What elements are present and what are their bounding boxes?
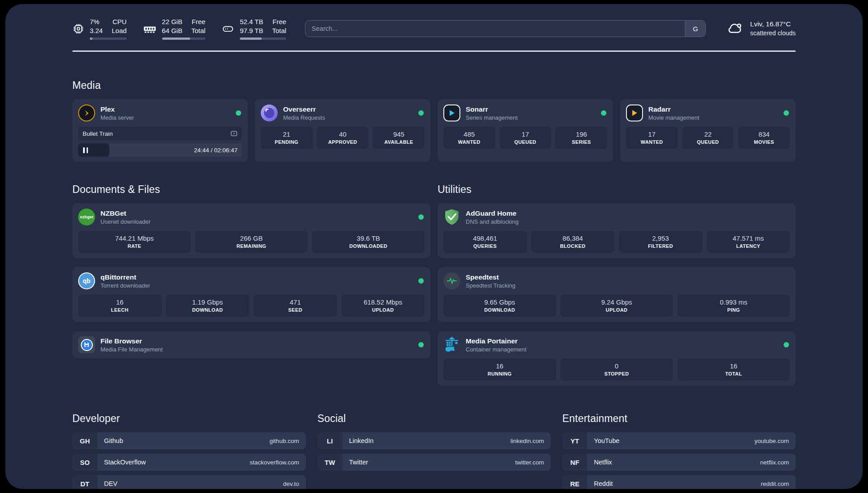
stat-box: 0 STOPPED — [560, 359, 673, 380]
bookmark-link[interactable]: DT DEV dev.to — [72, 475, 306, 489]
qbittorrent-subtitle: Torrent downloader — [100, 282, 413, 289]
stat-box: 47.571 ms LATENCY — [707, 231, 790, 253]
weather-widget: Lviv, 16.87°C scattered clouds — [726, 20, 796, 38]
cpu-values: 7%3.24 — [90, 17, 103, 35]
cpu-progress-bar — [90, 38, 127, 40]
memory-widget: 22 GiB64 GiB FreeTotal — [143, 17, 206, 40]
card-portainer[interactable]: Media Portainer Container management 16 … — [438, 331, 796, 386]
stat-value: 86,384 — [533, 234, 613, 242]
disk-labels: FreeTotal — [272, 17, 286, 35]
stat-value: 39.6 TB — [314, 234, 423, 242]
bookmark-abbr-badge: SO — [72, 454, 97, 471]
portainer-stats: 16 RUNNING 0 STOPPED 16 — [443, 359, 790, 380]
adguard-stats: 498,461 QUERIES 86,384 BLOCKED — [443, 231, 790, 253]
stat-box: 266 GB REMAINING — [195, 231, 308, 253]
stat-label: LEECH — [80, 307, 160, 313]
bookmark-name: Netflix — [594, 459, 612, 466]
plex-subtitle: Media server — [100, 114, 230, 121]
overseerr-status-dot — [418, 110, 424, 116]
memory-labels: FreeTotal — [191, 17, 205, 35]
cast-screen-icon[interactable] — [230, 130, 238, 137]
nzbget-stats: 744.21 Mbps RATE 266 GB REMAINING — [78, 231, 425, 253]
card-qbittorrent[interactable]: qb qBittorrent Torrent downloader — [72, 267, 430, 322]
stat-value: 9.24 Gbps — [562, 298, 671, 306]
filebrowser-status-dot — [418, 342, 424, 347]
bookmark-abbr-badge: NF — [562, 454, 587, 471]
bookmark-link[interactable]: SO StackOverflow stackoverflow.com — [72, 454, 306, 471]
stat-label: AVAILABLE — [375, 139, 423, 145]
overseerr-stats: 21 PENDING 40 APPROVED 945 AVAILAB — [261, 127, 425, 149]
plex-playback-time: 24:44 / 02:06:47 — [194, 147, 238, 154]
card-overseerr[interactable]: Overseerr Media Requests 21 PENDING — [255, 99, 430, 162]
search-input[interactable] — [305, 20, 706, 37]
bookmark-link[interactable]: RE Reddit reddit.com — [562, 475, 796, 489]
plex-progress-bar[interactable]: 24:44 / 02:06:47 — [78, 143, 242, 157]
card-sonarr[interactable]: Sonarr Series management 485 WANTED — [438, 99, 613, 162]
stat-value: 17 — [628, 130, 676, 138]
qbittorrent-title: qBittorrent — [100, 273, 413, 281]
overseerr-subtitle: Media Requests — [283, 114, 413, 121]
cpu-icon — [72, 23, 84, 35]
stat-value: 618.52 Mbps — [343, 298, 423, 306]
memory-progress-bar — [162, 38, 206, 40]
filebrowser-logo-icon — [78, 336, 95, 353]
card-adguard[interactable]: AdGuard Home DNS and adblocking 498,461 … — [438, 203, 796, 258]
bookmark-link[interactable]: LI LinkedIn linkedin.com — [317, 432, 551, 449]
radarr-logo-icon — [626, 104, 643, 121]
stat-value: 0.993 ms — [679, 298, 788, 306]
stat-label: SEED — [255, 307, 335, 313]
section-entertainment: Entertainment YT YouTube youtube.com — [562, 413, 796, 489]
card-speedtest[interactable]: Speedtest Speedtest Tracking 9.65 Gbps D… — [438, 267, 796, 322]
stat-box: 21 PENDING — [261, 127, 313, 149]
plex-logo-icon — [78, 104, 95, 121]
qbittorrent-stats: 16 LEECH 1.19 Gbps DOWNLOAD 47 — [78, 295, 425, 317]
system-widgets: 7%3.24 CPULoad — [72, 17, 286, 40]
stat-label: WANTED — [445, 139, 493, 145]
stat-label: FILTERED — [621, 243, 701, 249]
speedtest-subtitle: Speedtest Tracking — [466, 282, 790, 289]
stat-label: STOPPED — [562, 371, 671, 376]
bookmark-link[interactable]: TW Twitter twitter.com — [317, 454, 551, 471]
bookmark-link[interactable]: YT YouTube youtube.com — [562, 432, 796, 449]
section-utilities: Utilities — [438, 184, 796, 386]
stat-box: 471 SEED — [254, 295, 337, 317]
card-radarr[interactable]: Radarr Movie management 17 WANTED — [620, 99, 796, 162]
plex-title: Plex — [100, 105, 230, 113]
section-heading-media: Media — [72, 79, 796, 92]
bookmark-name: Reddit — [594, 480, 613, 487]
bookmark-link[interactable]: NF Netflix netflix.com — [562, 454, 796, 471]
stat-box: 16 RUNNING — [443, 359, 556, 380]
stat-value: 498,461 — [445, 234, 525, 242]
stat-value: 9.65 Gbps — [445, 298, 554, 306]
stat-value: 17 — [501, 130, 550, 138]
cpu-widget: 7%3.24 CPULoad — [72, 17, 127, 40]
sonarr-title: Sonarr — [466, 105, 596, 113]
radarr-stats: 17 WANTED 22 QUEUED 834 MOVIES — [626, 127, 790, 149]
card-plex[interactable]: Plex Media server Bullet Train — [72, 99, 248, 162]
stat-label: PENDING — [263, 139, 311, 145]
filebrowser-title: File Browser — [100, 337, 413, 345]
card-filebrowser[interactable]: File Browser Media File Management — [72, 331, 430, 359]
stat-value: 266 GB — [197, 234, 306, 242]
bookmark-abbr-badge: RE — [562, 475, 587, 489]
stat-box: 17 WANTED — [626, 127, 678, 149]
section-heading-developer: Developer — [72, 413, 306, 425]
search-provider-button[interactable]: G — [685, 21, 705, 37]
stat-label: RUNNING — [445, 371, 554, 376]
portainer-subtitle: Container management — [466, 346, 778, 353]
disk-values: 52.4 TB97.9 TB — [240, 17, 263, 35]
stat-value: 471 — [255, 298, 335, 306]
section-media: Media Plex Media server — [72, 79, 796, 162]
adguard-title: AdGuard Home — [466, 209, 790, 217]
stat-value: 1.19 Gbps — [168, 298, 248, 306]
card-nzbget[interactable]: nzbget NZBGet Usenet downloader — [72, 203, 430, 258]
stat-box: 1.19 Gbps DOWNLOAD — [166, 295, 250, 317]
nzbget-logo-icon: nzbget — [78, 209, 95, 226]
stat-box: 40 APPROVED — [317, 127, 369, 149]
ram-icon — [143, 23, 157, 35]
pause-icon[interactable] — [83, 147, 88, 153]
bookmark-link[interactable]: GH Github github.com — [72, 432, 306, 449]
bookmark-name: DEV — [104, 480, 117, 487]
section-heading-entertainment: Entertainment — [562, 413, 796, 425]
stat-label: DOWNLOAD — [445, 307, 554, 313]
